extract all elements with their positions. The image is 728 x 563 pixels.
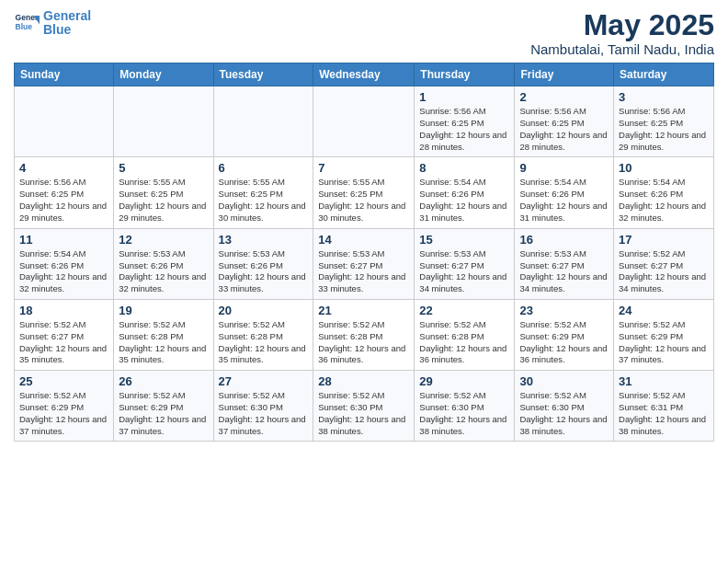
day-number: 23 (519, 304, 609, 317)
day-number: 6 (219, 161, 309, 175)
day-number: 15 (419, 233, 509, 247)
day-number: 20 (219, 304, 309, 317)
day-info: Sunrise: 5:52 AM Sunset: 6:30 PM Dayligh… (318, 390, 409, 437)
day-info: Sunrise: 5:52 AM Sunset: 6:29 PM Dayligh… (619, 319, 709, 366)
day-number: 29 (419, 374, 509, 388)
day-number: 12 (119, 233, 208, 247)
weekday-header-cell: Friday (515, 63, 614, 86)
day-number: 30 (519, 374, 609, 388)
day-info: Sunrise: 5:56 AM Sunset: 6:25 PM Dayligh… (419, 106, 509, 153)
day-info: Sunrise: 5:52 AM Sunset: 6:28 PM Dayligh… (119, 319, 208, 366)
day-number: 27 (219, 374, 309, 388)
calendar-cell: 20Sunrise: 5:52 AM Sunset: 6:28 PM Dayli… (213, 299, 313, 370)
day-info: Sunrise: 5:52 AM Sunset: 6:28 PM Dayligh… (219, 319, 309, 366)
day-info: Sunrise: 5:53 AM Sunset: 6:27 PM Dayligh… (519, 248, 609, 295)
day-info: Sunrise: 5:52 AM Sunset: 6:27 PM Dayligh… (19, 319, 108, 366)
calendar-cell: 18Sunrise: 5:52 AM Sunset: 6:27 PM Dayli… (15, 299, 114, 370)
calendar-cell: 15Sunrise: 5:53 AM Sunset: 6:27 PM Dayli… (415, 228, 515, 299)
logo: General Blue General Blue (14, 9, 91, 38)
day-number: 28 (318, 374, 409, 388)
calendar-cell: 28Sunrise: 5:52 AM Sunset: 6:30 PM Dayli… (313, 371, 415, 442)
day-info: Sunrise: 5:52 AM Sunset: 6:28 PM Dayligh… (419, 319, 509, 366)
day-info: Sunrise: 5:52 AM Sunset: 6:28 PM Dayligh… (318, 319, 409, 366)
calendar-cell: 26Sunrise: 5:52 AM Sunset: 6:29 PM Dayli… (114, 371, 213, 442)
calendar-cell: 6Sunrise: 5:55 AM Sunset: 6:25 PM Daylig… (213, 157, 313, 228)
calendar-week-row: 1Sunrise: 5:56 AM Sunset: 6:25 PM Daylig… (15, 86, 714, 157)
calendar-cell: 16Sunrise: 5:53 AM Sunset: 6:27 PM Dayli… (515, 228, 614, 299)
day-number: 21 (318, 304, 409, 317)
calendar-cell: 23Sunrise: 5:52 AM Sunset: 6:29 PM Dayli… (515, 299, 614, 370)
calendar-cell: 22Sunrise: 5:52 AM Sunset: 6:28 PM Dayli… (415, 299, 515, 370)
logo-icon: General Blue (14, 10, 40, 36)
day-info: Sunrise: 5:52 AM Sunset: 6:31 PM Dayligh… (619, 390, 709, 437)
day-number: 22 (419, 304, 509, 317)
calendar-cell: 21Sunrise: 5:52 AM Sunset: 6:28 PM Dayli… (313, 299, 415, 370)
calendar-cell: 12Sunrise: 5:53 AM Sunset: 6:26 PM Dayli… (114, 228, 213, 299)
day-info: Sunrise: 5:55 AM Sunset: 6:25 PM Dayligh… (219, 177, 309, 224)
calendar-cell: 2Sunrise: 5:56 AM Sunset: 6:25 PM Daylig… (515, 86, 614, 157)
day-info: Sunrise: 5:52 AM Sunset: 6:30 PM Dayligh… (519, 390, 609, 437)
day-info: Sunrise: 5:56 AM Sunset: 6:25 PM Dayligh… (619, 106, 709, 153)
calendar-cell: 17Sunrise: 5:52 AM Sunset: 6:27 PM Dayli… (614, 228, 714, 299)
header: General Blue General Blue May 2025 Nambu… (14, 9, 714, 57)
day-number: 31 (619, 374, 709, 388)
day-number: 8 (419, 161, 509, 175)
calendar-cell: 7Sunrise: 5:55 AM Sunset: 6:25 PM Daylig… (313, 157, 415, 228)
calendar-cell (313, 86, 415, 157)
day-info: Sunrise: 5:53 AM Sunset: 6:26 PM Dayligh… (219, 248, 309, 295)
calendar-cell: 10Sunrise: 5:54 AM Sunset: 6:26 PM Dayli… (614, 157, 714, 228)
svg-text:Blue: Blue (16, 22, 33, 31)
day-info: Sunrise: 5:52 AM Sunset: 6:29 PM Dayligh… (519, 319, 609, 366)
day-number: 24 (619, 304, 709, 317)
calendar-cell: 11Sunrise: 5:54 AM Sunset: 6:26 PM Dayli… (15, 228, 114, 299)
location-title: Nambutalai, Tamil Nadu, India (530, 41, 714, 57)
logo-text: General Blue (43, 9, 91, 38)
day-number: 25 (19, 374, 108, 388)
day-number: 26 (119, 374, 208, 388)
day-number: 7 (318, 161, 409, 175)
calendar-week-row: 25Sunrise: 5:52 AM Sunset: 6:29 PM Dayli… (15, 371, 714, 442)
day-info: Sunrise: 5:52 AM Sunset: 6:29 PM Dayligh… (119, 390, 208, 437)
weekday-header-cell: Thursday (415, 63, 515, 86)
calendar-cell: 24Sunrise: 5:52 AM Sunset: 6:29 PM Dayli… (614, 299, 714, 370)
calendar-cell (213, 86, 313, 157)
calendar-cell (15, 86, 114, 157)
day-info: Sunrise: 5:56 AM Sunset: 6:25 PM Dayligh… (519, 106, 609, 153)
day-number: 11 (19, 233, 108, 247)
calendar-cell: 5Sunrise: 5:55 AM Sunset: 6:25 PM Daylig… (114, 157, 213, 228)
day-number: 10 (619, 161, 709, 175)
calendar-cell: 13Sunrise: 5:53 AM Sunset: 6:26 PM Dayli… (213, 228, 313, 299)
day-info: Sunrise: 5:55 AM Sunset: 6:25 PM Dayligh… (119, 177, 208, 224)
weekday-header-cell: Saturday (614, 63, 714, 86)
weekday-header-cell: Sunday (15, 63, 114, 86)
day-info: Sunrise: 5:53 AM Sunset: 6:27 PM Dayligh… (419, 248, 509, 295)
day-info: Sunrise: 5:52 AM Sunset: 6:30 PM Dayligh… (219, 390, 309, 437)
calendar-cell (114, 86, 213, 157)
day-number: 4 (19, 161, 108, 175)
day-info: Sunrise: 5:52 AM Sunset: 6:27 PM Dayligh… (619, 248, 709, 295)
day-number: 3 (619, 90, 709, 104)
day-number: 9 (519, 161, 609, 175)
day-info: Sunrise: 5:52 AM Sunset: 6:30 PM Dayligh… (419, 390, 509, 437)
calendar-cell: 1Sunrise: 5:56 AM Sunset: 6:25 PM Daylig… (415, 86, 515, 157)
calendar-cell: 9Sunrise: 5:54 AM Sunset: 6:26 PM Daylig… (515, 157, 614, 228)
calendar-cell: 30Sunrise: 5:52 AM Sunset: 6:30 PM Dayli… (515, 371, 614, 442)
weekday-header-cell: Monday (114, 63, 213, 86)
calendar-body: 1Sunrise: 5:56 AM Sunset: 6:25 PM Daylig… (15, 86, 714, 442)
day-number: 16 (519, 233, 609, 247)
day-info: Sunrise: 5:54 AM Sunset: 6:26 PM Dayligh… (419, 177, 509, 224)
day-info: Sunrise: 5:53 AM Sunset: 6:27 PM Dayligh… (318, 248, 409, 295)
day-number: 2 (519, 90, 609, 104)
logo-line1: General (43, 8, 91, 23)
calendar-cell: 14Sunrise: 5:53 AM Sunset: 6:27 PM Dayli… (313, 228, 415, 299)
day-number: 17 (619, 233, 709, 247)
weekday-header-cell: Tuesday (213, 63, 313, 86)
day-info: Sunrise: 5:52 AM Sunset: 6:29 PM Dayligh… (19, 390, 108, 437)
logo-line2: Blue (43, 22, 71, 37)
weekday-header-row: SundayMondayTuesdayWednesdayThursdayFrid… (15, 63, 714, 86)
day-info: Sunrise: 5:55 AM Sunset: 6:25 PM Dayligh… (318, 177, 409, 224)
day-info: Sunrise: 5:54 AM Sunset: 6:26 PM Dayligh… (619, 177, 709, 224)
day-info: Sunrise: 5:54 AM Sunset: 6:26 PM Dayligh… (19, 248, 108, 295)
calendar-cell: 3Sunrise: 5:56 AM Sunset: 6:25 PM Daylig… (614, 86, 714, 157)
day-info: Sunrise: 5:56 AM Sunset: 6:25 PM Dayligh… (19, 177, 108, 224)
